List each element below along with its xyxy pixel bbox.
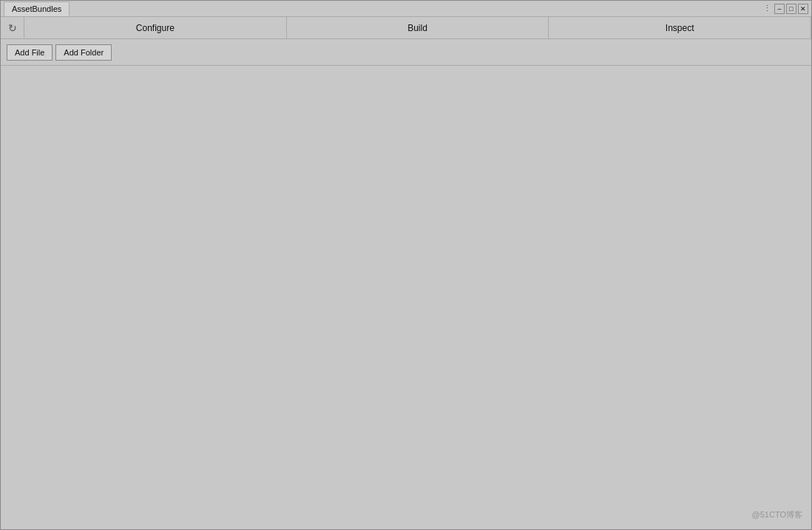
close-button[interactable]: ✕ bbox=[798, 4, 808, 14]
title-bar: AssetBundles ⋮ – □ ✕ bbox=[1, 1, 811, 17]
refresh-button[interactable]: ↻ bbox=[1, 17, 24, 38]
add-folder-label: Add Folder bbox=[64, 48, 104, 57]
window-title-label: AssetBundles bbox=[12, 4, 61, 13]
tab-configure-label: Configure bbox=[136, 23, 175, 33]
minimize-button[interactable]: – bbox=[774, 4, 785, 14]
main-window: AssetBundles ⋮ – □ ✕ ↻ Configure Build bbox=[0, 0, 812, 530]
tab-configure[interactable]: Configure bbox=[24, 17, 287, 38]
title-bar-controls: ⋮ – □ ✕ bbox=[763, 4, 808, 14]
maximize-button[interactable]: □ bbox=[786, 4, 796, 14]
tab-inspect[interactable]: Inspect bbox=[549, 17, 811, 38]
tab-bar: ↻ Configure Build Inspect bbox=[1, 17, 811, 39]
tab-inspect-label: Inspect bbox=[666, 23, 694, 33]
toolbar: Add File Add Folder bbox=[1, 39, 811, 66]
add-folder-button[interactable]: Add Folder bbox=[55, 44, 112, 61]
title-bar-left: AssetBundles bbox=[4, 1, 70, 16]
main-content: @51CTO博客 bbox=[1, 66, 811, 529]
add-file-button[interactable]: Add File bbox=[7, 44, 53, 61]
tab-build[interactable]: Build bbox=[287, 17, 549, 38]
tab-build-label: Build bbox=[407, 23, 427, 33]
add-file-label: Add File bbox=[15, 48, 44, 57]
window-title-tab[interactable]: AssetBundles bbox=[4, 1, 70, 16]
refresh-icon: ↻ bbox=[8, 22, 17, 34]
dots-menu-icon[interactable]: ⋮ bbox=[763, 4, 771, 13]
watermark: @51CTO博客 bbox=[752, 509, 802, 520]
